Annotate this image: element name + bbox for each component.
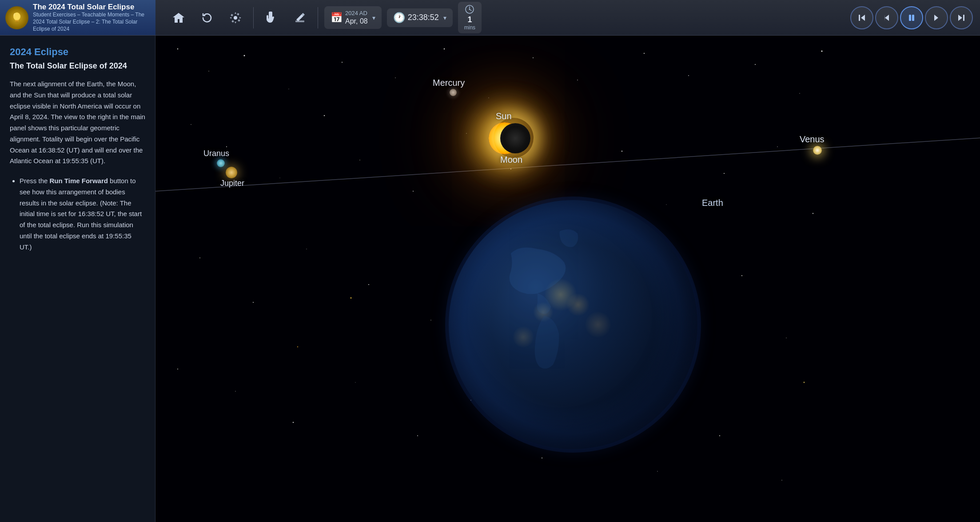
svg-point-65 [297, 346, 298, 347]
svg-point-38 [724, 173, 725, 174]
svg-point-39 [777, 146, 778, 147]
svg-point-54 [293, 422, 294, 423]
svg-point-58 [542, 458, 543, 459]
speed-unit: mins [464, 24, 475, 31]
svg-point-18 [444, 48, 445, 49]
date-selector[interactable]: 📅 2024 AD Apr, 08 ▾ [324, 6, 382, 29]
svg-point-27 [191, 124, 191, 125]
date-arrow-icon: ▾ [372, 14, 375, 21]
svg-point-26 [821, 51, 823, 52]
step-back-button[interactable] [875, 6, 898, 29]
svg-point-13 [208, 71, 209, 72]
svg-point-40 [813, 213, 813, 214]
space-view: Uranus Jupiter Mercury Sun Moon Venus [155, 36, 980, 522]
svg-rect-8 [859, 15, 860, 21]
svg-point-12 [177, 48, 178, 49]
svg-point-31 [359, 160, 360, 161]
bullet-text-bold: Run Time Forward [50, 177, 108, 185]
panel-heading: 2024 Eclipse [10, 46, 145, 58]
svg-point-43 [306, 249, 307, 249]
svg-point-41 [199, 257, 200, 258]
toolbar-divider-2 [318, 7, 318, 28]
toolbar: The 2024 Total Solar Eclipse Student Exe… [0, 0, 980, 36]
skip-to-end-button[interactable] [950, 6, 973, 29]
time-selector[interactable]: 🕐 23:38:52 ▾ [387, 8, 453, 27]
svg-point-32 [413, 191, 414, 192]
left-panel: 2024 Eclipse The Total Solar Eclipse of … [0, 36, 155, 522]
svg-point-55 [355, 382, 355, 382]
svg-point-61 [719, 435, 720, 436]
svg-point-15 [288, 88, 289, 89]
svg-point-23 [688, 75, 689, 76]
svg-rect-9 [909, 15, 911, 21]
svg-point-62 [781, 480, 782, 481]
svg-point-29 [279, 177, 280, 178]
svg-point-50 [741, 275, 742, 276]
toolbar-divider-1 [253, 7, 254, 28]
svg-point-25 [799, 93, 800, 93]
panel-bullets: Press the Run Time Forward button to see… [10, 176, 145, 253]
play-forward-button[interactable] [925, 6, 948, 29]
bullet-item-1: Press the Run Time Forward button to see… [20, 176, 145, 253]
svg-line-66 [155, 138, 980, 191]
svg-rect-2 [16, 21, 18, 22]
svg-point-16 [342, 62, 343, 63]
toolbar-center: 📅 2024 AD Apr, 08 ▾ 🕐 23:38:52 ▾ 1 mins [155, 2, 850, 33]
bulb-icon [5, 6, 28, 29]
svg-point-56 [417, 435, 418, 436]
date-display: 2024 AD Apr, 08 [345, 10, 368, 25]
toolbar-breadcrumb: The 2024 Total Solar Eclipse Student Exe… [0, 0, 155, 35]
panel-subheading: The Total Solar Eclipse of 2024 [10, 61, 145, 71]
svg-point-34 [510, 169, 511, 169]
svg-rect-4 [295, 20, 304, 22]
eclipse-corona [494, 118, 534, 158]
svg-point-36 [621, 151, 623, 152]
panel-body: The next alignment of the Earth, the Moo… [10, 79, 145, 167]
svg-point-17 [395, 77, 396, 78]
svg-point-45 [430, 320, 431, 321]
calendar-icon: 📅 [331, 12, 343, 24]
svg-point-44 [368, 284, 369, 285]
toolbar-title-block: The 2024 Total Solar Eclipse Student Exe… [33, 3, 150, 32]
time-display: 23:38:52 [408, 13, 439, 22]
time-arrow-icon: ▾ [443, 14, 446, 21]
playback-controls [850, 6, 980, 29]
draw-tool-button[interactable] [286, 4, 314, 32]
earth-continents [449, 200, 697, 449]
svg-point-30 [324, 115, 325, 116]
svg-point-33 [466, 133, 466, 133]
svg-point-19 [488, 97, 489, 98]
svg-point-14 [244, 55, 245, 56]
skip-to-start-button[interactable] [850, 6, 873, 29]
svg-point-53 [235, 391, 236, 392]
settings-button[interactable] [221, 4, 250, 32]
jupiter-object [226, 167, 237, 178]
uranus-object [217, 159, 225, 167]
mercury-object [450, 89, 457, 96]
svg-point-3 [234, 16, 237, 20]
svg-point-51 [786, 337, 786, 338]
svg-point-28 [226, 146, 227, 147]
bullet-text-suffix: button to see how this arrangement of bo… [20, 177, 142, 251]
svg-point-64 [804, 382, 805, 383]
svg-point-21 [577, 80, 578, 80]
toolbar-title-sub: Student Exercises – Teachable Moments – … [33, 12, 150, 32]
pan-tool-button[interactable] [257, 4, 286, 32]
svg-point-24 [755, 64, 756, 65]
home-button[interactable] [164, 4, 193, 32]
speed-selector[interactable]: 1 mins [458, 2, 482, 33]
toolbar-title-main: The 2024 Total Solar Eclipse [33, 3, 150, 12]
svg-point-22 [644, 53, 645, 54]
reload-button[interactable] [193, 4, 221, 32]
pause-button[interactable] [900, 6, 923, 29]
earth-object [449, 200, 697, 449]
svg-rect-11 [963, 15, 964, 21]
svg-point-60 [657, 471, 657, 471]
main-content: 2024 Eclipse The Total Solar Eclipse of … [0, 36, 980, 522]
bullet-text-prefix: Press the [20, 177, 50, 185]
svg-point-52 [177, 369, 178, 369]
svg-rect-10 [912, 15, 914, 21]
svg-point-63 [351, 297, 352, 299]
svg-point-20 [533, 57, 534, 58]
svg-point-42 [253, 302, 254, 303]
